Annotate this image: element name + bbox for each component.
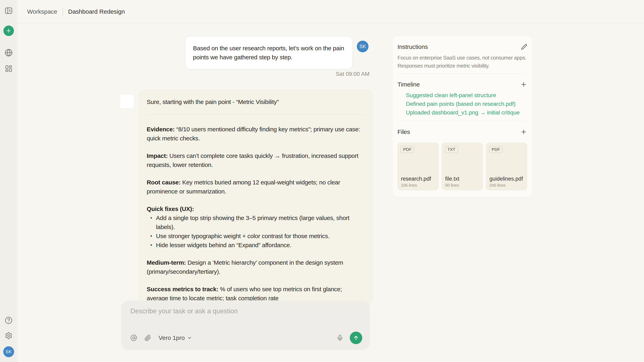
panel-divider (398, 73, 527, 74)
add-timeline-item-button[interactable] (520, 81, 527, 88)
timeline-item[interactable]: Suggested clean left-panel structure (406, 91, 496, 99)
message-input[interactable] (130, 307, 361, 327)
at-sign-icon (130, 335, 137, 341)
panel-divider (398, 121, 527, 121)
topbar: Workspace Dashboard Redesign (17, 0, 644, 23)
model-selector[interactable]: Vero 1pro (158, 335, 192, 341)
timeline-item[interactable]: Defined pain points (based on research.p… (406, 99, 516, 108)
settings-button[interactable] (5, 332, 12, 340)
timeline-title: Timeline (398, 81, 420, 88)
assistant-paragraph: Success metrics to track: % of users who… (147, 285, 364, 303)
assistant-paragraph: Quick fixes (UX): (147, 204, 364, 213)
file-type-badge: TXT (445, 146, 458, 153)
layout-dashboard-icon (5, 65, 12, 72)
plus-icon (520, 81, 527, 88)
timeline-list: Suggested clean left-panel structure Def… (406, 91, 527, 117)
breadcrumb-divider (62, 8, 63, 15)
bullet-item: Add a single top strip showing the 3–5 p… (147, 213, 364, 232)
bullet-item: Use stronger typographic weight + color … (147, 232, 364, 241)
assistant-paragraph: Impact: Users can’t complete core tasks … (147, 151, 364, 169)
edit-instructions-button[interactable] (521, 44, 527, 50)
assistant-avatar (120, 95, 134, 108)
assistant-paragraph: Medium-term: Design a ‘Metric hierarchy’… (147, 258, 364, 276)
user-avatar[interactable]: SK (3, 346, 14, 357)
new-chat-button[interactable] (4, 25, 14, 36)
file-meta: 106 lines (401, 183, 417, 188)
file-type-badge: PDF (400, 146, 414, 153)
file-meta: 240 lines (490, 183, 506, 188)
file-name: guidelines.pdf (490, 176, 523, 182)
pencil-icon (521, 44, 527, 50)
timeline-item[interactable]: Uploaded dashboard_v1.png → initial crit… (406, 108, 520, 117)
page-title: Dashboard Redesign (68, 8, 125, 15)
mention-button[interactable] (130, 335, 137, 341)
file-type-badge: PDF (489, 146, 503, 153)
file-card[interactable]: TXT file.txt 50 lines (442, 143, 483, 190)
user-message-bubble: Based on the user research reports, let’… (185, 36, 352, 69)
assistant-bullet-list: Add a single top strip showing the 3–5 p… (147, 213, 364, 250)
bullet-item: Hide lesser widgets behind an “Expand” a… (147, 241, 364, 250)
instructions-title: Instructions (398, 43, 428, 50)
assistant-message-bubble: Sure, starting with the pain point - “Me… (139, 90, 372, 305)
voice-input-button[interactable] (336, 335, 343, 341)
file-card[interactable]: PDF research.pdf 106 lines (398, 143, 438, 190)
chevron-down-icon (187, 336, 192, 340)
breadcrumb-workspace[interactable]: Workspace (27, 8, 57, 15)
files-list: PDF research.pdf 106 lines TXT file.txt … (398, 143, 527, 190)
attach-file-button[interactable] (144, 335, 151, 341)
file-card[interactable]: PDF guidelines.pdf 240 lines (486, 143, 527, 190)
composer: Vero 1pro (121, 301, 370, 350)
web-nav-button[interactable] (5, 49, 13, 57)
add-file-button[interactable] (520, 128, 527, 135)
plus-icon (520, 128, 527, 135)
dashboard-nav-button[interactable] (5, 65, 12, 72)
help-button[interactable] (5, 317, 12, 324)
context-panel: Instructions Focus on enterprise SaaS us… (392, 35, 533, 198)
globe-icon (5, 49, 13, 57)
sidebar-toggle-button[interactable] (4, 6, 13, 15)
file-name: research.pdf (401, 176, 431, 182)
microphone-icon (336, 335, 343, 341)
message-timestamp: Sat 09:00 AM (282, 71, 370, 77)
instructions-body: Focus on enterprise SaaS use cases, not … (398, 54, 527, 70)
assistant-paragraph: Evidence: “8/10 users mentioned difficul… (147, 125, 364, 143)
model-name: Vero 1pro (158, 335, 185, 341)
paperclip-icon (144, 335, 151, 341)
panel-collapse-icon (4, 6, 13, 15)
send-button[interactable] (350, 332, 362, 344)
message-divider (147, 114, 364, 115)
user-message-avatar: SK (357, 41, 368, 52)
plus-icon (6, 28, 12, 34)
arrow-up-icon (353, 335, 359, 341)
assistant-intro: Sure, starting with the pain point - “Me… (147, 97, 364, 106)
file-meta: 50 lines (445, 183, 459, 188)
help-icon (5, 317, 12, 324)
assistant-paragraph: Root cause: Key metrics buried among 12 … (147, 178, 364, 196)
files-title: Files (398, 128, 410, 135)
gear-icon (5, 332, 12, 340)
sidebar: SK (0, 0, 17, 362)
file-name: file.txt (445, 176, 460, 182)
